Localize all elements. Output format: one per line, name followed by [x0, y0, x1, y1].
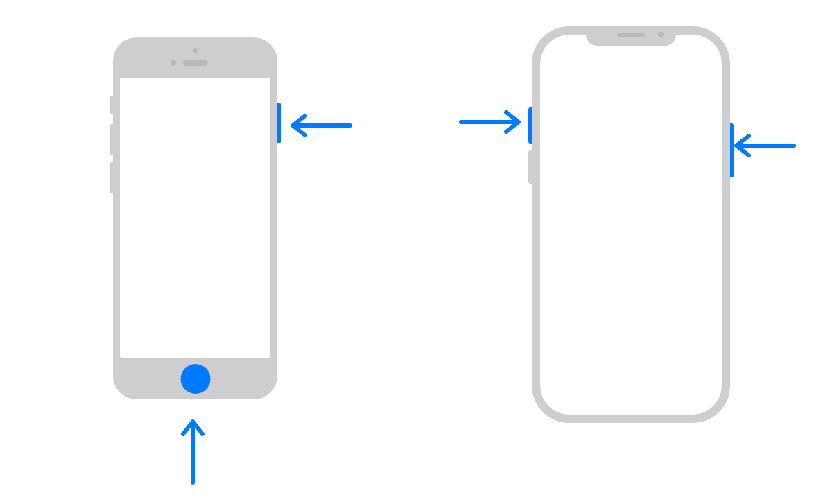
phone-screen [120, 78, 270, 358]
notch [586, 26, 676, 46]
home-button-highlight [180, 364, 210, 394]
iphone-home-button [113, 37, 277, 399]
arrow-right-icon [458, 108, 527, 136]
arrow-left-icon [728, 132, 797, 159]
top-sensor-dot [193, 48, 198, 53]
volume-down-button [110, 162, 113, 193]
volume-up-button-highlight [528, 107, 532, 144]
phone-frame [540, 35, 722, 415]
volume-up-button [110, 124, 113, 155]
iphone-face-id [540, 35, 722, 415]
arrow-up-icon [179, 413, 207, 486]
mute-switch [110, 96, 113, 114]
volume-down-button [528, 150, 532, 184]
earpiece-slot [617, 33, 645, 37]
earpiece-slot [183, 60, 208, 66]
front-camera-dot [171, 60, 176, 66]
side-button-highlight [277, 103, 281, 143]
arrow-left-icon [284, 112, 354, 139]
front-camera-dot [658, 32, 664, 37]
